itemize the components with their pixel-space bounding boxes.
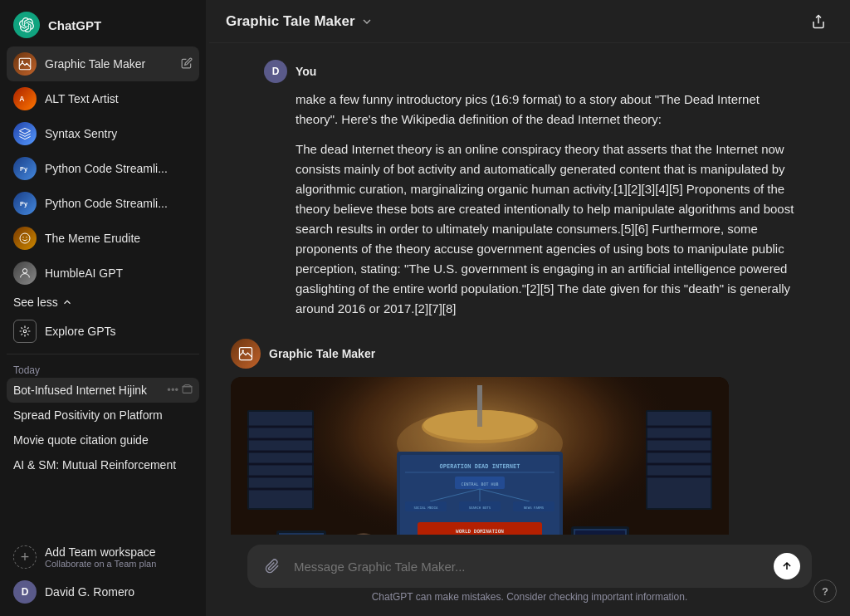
svg-point-5 [20,233,30,243]
humble-avatar [13,262,37,285]
edit-icon[interactable] [181,57,193,71]
add-team-text: Add Team workspace Collaborate on a Team… [45,545,156,569]
chat-item-actions: ••• [167,384,193,397]
user-row[interactable]: D David G. Romero [7,574,199,609]
user-message-avatar: D [264,60,287,83]
user-message-p1: make a few funny introductory pics (16:9… [296,90,795,130]
generated-image-container: OPERATION DEAD INTERNET CENTRAL BOT HUB … [231,377,729,535]
sidebar-item-ss-label: Syntax Sentry [45,127,193,140]
header-title-text: Graphic Tale Maker [226,13,355,30]
sidebar-divider [7,354,199,354]
chevron-up-icon [61,296,73,308]
add-team-sub: Collaborate on a Team plan [45,559,156,569]
gpt-message-header: Graphic Tale Maker [231,339,828,369]
chat-item-bot-infused[interactable]: Bot-Infused Internet Hijink ••• [7,378,199,403]
chat-area: D You make a few funny introductory pics… [209,43,850,535]
today-section-label: Today [7,359,199,378]
input-container [247,545,812,588]
svg-text:Py: Py [20,200,28,208]
ss-avatar [13,122,37,145]
add-team-workspace[interactable]: + Add Team workspace Collaborate on a Te… [7,540,199,574]
send-icon [781,560,793,572]
sidebar-item-gtm-label: Graphic Tale Maker [45,57,173,71]
pcs1-avatar: Py [13,157,37,180]
more-icon[interactable]: ••• [167,384,178,397]
chatgpt-logo [13,12,40,38]
user-message-content: make a few funny introductory pics (16:9… [296,90,795,319]
user-message: D You make a few funny introductory pics… [247,60,812,319]
image-svg: OPERATION DEAD INTERNET CENTRAL BOT HUB … [231,377,729,535]
pcs2-avatar: Py [13,192,37,215]
header: Graphic Tale Maker [209,0,850,43]
user-message-header: D You [264,60,795,83]
svg-text:A: A [19,95,25,103]
attach-button[interactable] [259,553,286,579]
alt-avatar: A [13,87,37,110]
sidebar-item-alt-label: ALT Text Artist [45,92,193,105]
chat-item-movie-quote[interactable]: Movie quote citation guide [7,428,199,452]
message-input[interactable] [294,560,765,574]
chat-item-movie-label: Movie quote citation guide [13,433,193,447]
user-message-p2: The dead Internet theory is an online co… [296,139,795,319]
chatgpt-label: ChatGPT [48,18,101,32]
explore-gpts-label: Explore GPTs [45,325,193,338]
sidebar-item-meme-label: The Meme Erudite [45,232,193,245]
sidebar-item-pcs2[interactable]: Py Python Code Streamli... [7,186,199,221]
add-team-icon: + [13,545,37,569]
help-button[interactable]: ? [813,579,837,603]
attach-icon [265,559,280,574]
gpt-list: Graphic Tale Maker A ALT Text Artist Syn… [7,46,199,291]
svg-point-8 [22,269,27,273]
svg-text:Py: Py [20,165,28,173]
sidebar-item-graphic-tale-maker[interactable]: Graphic Tale Maker [7,46,199,81]
chevron-down-icon [360,15,374,28]
explore-icon [13,320,37,343]
sidebar-item-pcs1[interactable]: Py Python Code Streamli... [7,151,199,186]
archive-icon[interactable] [182,384,193,397]
user-message-author: You [296,65,316,78]
sidebar-chatgpt-header[interactable]: ChatGPT [7,7,199,43]
footer-note: ChatGPT can make mistakes. Consider chec… [247,588,812,609]
share-button[interactable] [804,7,833,37]
see-less-button[interactable]: See less [7,291,199,314]
sidebar-item-pcs1-label: Python Code Streamli... [45,162,193,175]
user-label: David G. Romero [45,585,134,599]
add-team-label: Add Team workspace [45,545,156,559]
generated-image: OPERATION DEAD INTERNET CENTRAL BOT HUB … [231,377,729,535]
sidebar: ChatGPT Graphic Tale Maker A ALT Text Ar… [0,0,206,616]
gpt-message-author: Graphic Tale Maker [269,347,375,360]
main-panel: Graphic Tale Maker D You make a few funn… [209,0,850,616]
explore-gpts-button[interactable]: Explore GPTs [7,314,199,349]
svg-rect-122 [231,377,729,535]
gtm-avatar [13,52,37,76]
chat-item-ai-sm[interactable]: AI & SM: Mutual Reinforcement [7,452,199,477]
meme-avatar [13,227,37,250]
chat-item-spread-label: Spread Positivity on Platform [13,408,193,422]
send-button[interactable] [774,553,800,579]
user-avatar: D [13,580,37,604]
chat-item-bot-infused-label: Bot-Infused Internet Hijink [13,384,162,397]
svg-point-1 [22,61,23,62]
chat-item-spread-positivity[interactable]: Spread Positivity on Platform [7,403,199,428]
svg-rect-10 [183,387,192,394]
gpt-message: Graphic Tale Maker [214,339,845,535]
svg-point-7 [26,237,27,237]
svg-point-9 [23,330,27,333]
gpt-message-avatar [231,339,261,369]
chat-item-ai-sm-label: AI & SM: Mutual Reinforcement [13,458,193,472]
share-icon [811,14,826,29]
input-area: ChatGPT can make mistakes. Consider chec… [209,535,850,616]
sidebar-item-alt-text-artist[interactable]: A ALT Text Artist [7,81,199,116]
sidebar-item-pcs2-label: Python Code Streamli... [45,197,193,210]
sidebar-item-meme-erudite[interactable]: The Meme Erudite [7,221,199,256]
header-title-button[interactable]: Graphic Tale Maker [226,13,374,30]
sidebar-item-humble-ai[interactable]: HumbleAI GPT [7,256,199,291]
svg-point-6 [22,237,23,237]
sidebar-item-humble-label: HumbleAI GPT [45,266,193,280]
svg-point-13 [242,350,244,352]
sidebar-item-syntax-sentry[interactable]: Syntax Sentry [7,116,199,151]
see-less-label: See less [13,296,58,309]
